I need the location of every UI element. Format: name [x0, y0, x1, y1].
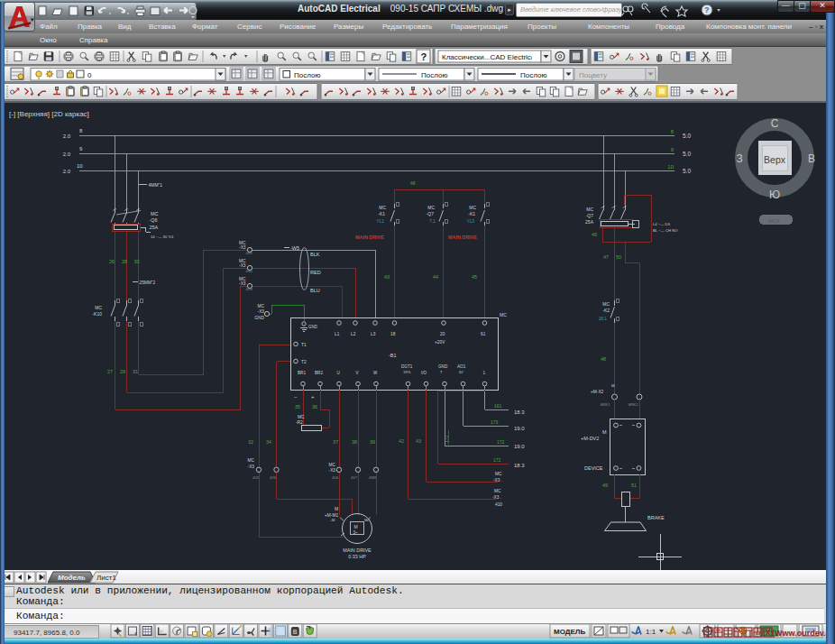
svg-text:+: +: [311, 394, 315, 400]
svg-text:-X3: -X3: [248, 465, 255, 469]
svg-text:MC: MC: [379, 205, 386, 210]
svg-text:AO1: AO1: [457, 364, 466, 369]
svg-text:U: U: [337, 371, 340, 375]
svg-text:GND: GND: [438, 364, 448, 369]
svg-text:3~: 3~: [353, 530, 359, 535]
svg-text:В: В: [808, 152, 815, 165]
svg-text:44: 44: [433, 274, 438, 280]
svg-text:Классически...CAD Electrici: Классически...CAD Electrici: [442, 53, 532, 61]
svg-text:-В1: -В1: [389, 353, 397, 358]
svg-text:MC: MC: [494, 489, 501, 493]
svg-text:9: 9: [671, 147, 674, 152]
svg-text:8: 8: [671, 129, 674, 134]
svg-text:-R2: -R2: [296, 420, 303, 425]
svg-text:M: M: [602, 429, 607, 435]
svg-text:172: 172: [444, 435, 449, 443]
svg-text:27: 27: [107, 369, 113, 374]
svg-text:-Q7: -Q7: [427, 211, 435, 216]
svg-text:M: M: [354, 524, 358, 529]
svg-text:10: 10: [77, 163, 83, 169]
svg-text:25ММˆ2: 25ММˆ2: [140, 281, 156, 285]
svg-text:–: –: [294, 394, 298, 400]
svg-text:38: 38: [352, 439, 357, 445]
svg-text:8: 8: [79, 128, 83, 133]
svg-text:-X3: -X3: [258, 309, 265, 314]
svg-text:18.3: 18.3: [514, 463, 525, 468]
svg-text:4G3: 4G3: [246, 287, 253, 291]
svg-text:29: 29: [120, 369, 125, 374]
svg-text:MC: MC: [239, 241, 246, 245]
svg-text:Поцвету: Поцвету: [579, 71, 607, 79]
svg-text:25A: 25A: [585, 219, 594, 225]
svg-text:В: В: [293, 629, 298, 635]
svg-text:4U6: 4U6: [332, 475, 339, 480]
svg-text:-Q7: -Q7: [586, 213, 594, 218]
svg-text:З: З: [736, 152, 742, 165]
svg-text:43: 43: [416, 438, 421, 444]
svg-text:MC: MC: [95, 305, 102, 310]
svg-text:T2: T2: [301, 360, 307, 364]
svg-text:Лист1: Лист1: [96, 574, 116, 582]
svg-text:14 ~— 30 %1: 14 ~— 30 %1: [151, 235, 174, 239]
svg-text:+M-X2: +M-X2: [591, 390, 604, 394]
svg-text:37: 37: [333, 439, 338, 445]
svg-text:18.1: 18.1: [599, 317, 608, 321]
svg-text:MC: MC: [239, 277, 246, 281]
svg-text:25A: 25A: [150, 225, 159, 230]
svg-text:Послою: Послою: [294, 71, 320, 79]
svg-text:BR2: BR2: [315, 371, 323, 375]
svg-text:0.33 HP: 0.33 HP: [348, 554, 366, 559]
svg-text:410: 410: [495, 502, 502, 507]
svg-text:-X3: -X3: [239, 263, 246, 268]
svg-text:19.0: 19.0: [514, 426, 525, 431]
svg-text:62: 62: [459, 370, 463, 374]
svg-text:39: 39: [370, 439, 375, 445]
svg-text:MC: MC: [258, 304, 265, 308]
svg-text:48: 48: [601, 356, 606, 362]
svg-text:Ю: Ю: [769, 189, 780, 201]
svg-text:[-] [Верхняя] [2D каркас]: [-] [Верхняя] [2D каркас]: [9, 110, 89, 118]
svg-text:28: 28: [122, 259, 127, 264]
svg-text:MAIN DRIVE: MAIN DRIVE: [343, 547, 372, 553]
svg-text:МСК: МСК: [768, 218, 780, 224]
svg-text:49: 49: [602, 483, 608, 488]
svg-text:172: 172: [493, 457, 501, 463]
svg-text:L3: L3: [371, 332, 376, 336]
svg-text:4U5: 4U5: [252, 475, 260, 480]
svg-text:V: V: [356, 371, 360, 375]
svg-text:BRK2: BRK2: [629, 402, 638, 407]
svg-text:BLU: BLU: [310, 288, 320, 293]
svg-text:L2: L2: [351, 332, 356, 336]
svg-text:DEVICE: DEVICE: [584, 465, 603, 471]
svg-text:MAIN DRIVE: MAIN DRIVE: [448, 235, 477, 240]
svg-text:34: 34: [266, 439, 271, 445]
svg-text:5.0: 5.0: [683, 151, 691, 157]
svg-text:51: 51: [631, 483, 637, 488]
svg-text:36: 36: [312, 404, 317, 409]
svg-text:С: С: [771, 117, 779, 130]
svg-text:YL1: YL1: [376, 219, 384, 224]
svg-text:20: 20: [440, 332, 445, 336]
svg-text:50: 50: [616, 254, 621, 260]
svg-text:4V7: 4V7: [351, 475, 358, 480]
svg-text:MC: MC: [602, 301, 610, 307]
svg-text:MC: MC: [298, 415, 305, 419]
svg-text:172: 172: [497, 439, 505, 445]
svg-text:5.0: 5.0: [683, 133, 691, 139]
svg-text:-K1: -K1: [468, 211, 475, 216]
svg-text:4G1: 4G1: [246, 251, 253, 255]
svg-text:M–: M–: [364, 519, 370, 522]
svg-text:4ММˆ1: 4ММˆ1: [149, 182, 163, 188]
svg-text:MC: MC: [329, 463, 336, 467]
svg-text:18.3: 18.3: [514, 409, 525, 415]
svg-text:YL3: YL3: [466, 219, 474, 224]
svg-text:+M-M1: +M-M1: [325, 513, 338, 518]
svg-text:-X3: -X3: [329, 468, 336, 473]
svg-text:19.0: 19.0: [514, 444, 525, 449]
svg-text:30: 30: [134, 259, 140, 264]
svg-text:26: 26: [109, 259, 115, 264]
svg-text:4W8: 4W8: [369, 475, 377, 480]
svg-text:W: W: [373, 371, 378, 375]
svg-text:MC: MC: [469, 205, 476, 210]
svg-text:GND: GND: [308, 325, 318, 329]
